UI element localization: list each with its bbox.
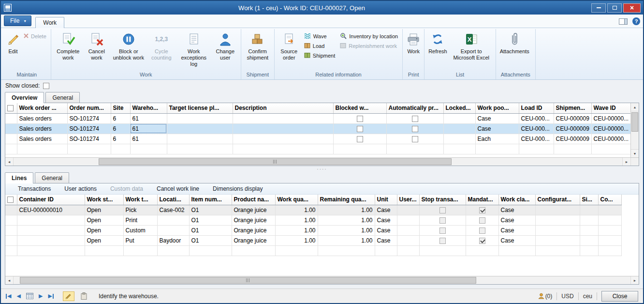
table-row[interactable]: Sales ordersSO-101274661CaseCEU-000...CE…: [5, 113, 630, 123]
horizontal-scroll-thumb[interactable]: [20, 277, 476, 284]
column-header[interactable]: Wareho...: [130, 103, 167, 113]
grid-cell[interactable]: [598, 225, 621, 235]
grid-cell[interactable]: [17, 235, 85, 245]
row-checkbox[interactable]: [357, 126, 363, 132]
column-header[interactable]: [5, 103, 17, 113]
grid-cell[interactable]: 61: [130, 134, 167, 144]
column-header[interactable]: Site: [111, 103, 130, 113]
inventory-by-location-button[interactable]: Inventory by location: [337, 32, 400, 40]
grid-cell[interactable]: CEU-00000...: [591, 113, 630, 123]
tab-general-header[interactable]: General: [45, 92, 80, 103]
column-header[interactable]: Product na...: [232, 195, 275, 205]
grid-cell[interactable]: 1.00: [275, 215, 318, 225]
load-button[interactable]: Load: [302, 42, 337, 50]
tab-general-lines[interactable]: General: [35, 172, 69, 183]
grid-cell[interactable]: Open: [85, 225, 123, 235]
overview-horizontal-scrollbar[interactable]: ◄ ►: [5, 157, 639, 166]
grid-cell[interactable]: Sales orders: [17, 123, 67, 134]
grid-cell[interactable]: Orange juice: [232, 215, 275, 225]
grid-cell[interactable]: [419, 205, 466, 215]
row-checkbox[interactable]: [479, 238, 485, 244]
column-header[interactable]: Automatically pr...: [386, 103, 443, 113]
column-header[interactable]: Load ID: [519, 103, 554, 113]
scroll-left-icon[interactable]: ◄: [5, 158, 14, 166]
select-all-checkbox[interactable]: [7, 197, 14, 203]
overview-vertical-scrollbar[interactable]: ▲ ▼: [630, 103, 639, 157]
shipment-button[interactable]: Shipment: [302, 51, 337, 60]
grid-cell[interactable]: [5, 113, 17, 123]
grid-cell[interactable]: [580, 205, 598, 215]
tab-overview[interactable]: Overview: [5, 92, 44, 103]
layout-panes-icon[interactable]: [619, 18, 628, 25]
column-header[interactable]: Item num...: [189, 195, 232, 205]
table-row[interactable]: CEU-000000010OpenPickCase-002O1Orange ju…: [5, 205, 621, 215]
column-header[interactable]: Work poo...: [475, 103, 519, 113]
change-user-button[interactable]: Change user: [212, 29, 239, 61]
grid-cell[interactable]: [157, 225, 189, 235]
row-checkbox[interactable]: [439, 228, 446, 234]
previous-record-button[interactable]: ◀: [16, 293, 20, 299]
grid-cell[interactable]: [397, 205, 419, 215]
column-header[interactable]: Configurat...: [535, 195, 580, 205]
close-form-button[interactable]: Close: [601, 291, 638, 302]
column-header[interactable]: Order num...: [67, 103, 111, 113]
grid-cell[interactable]: [580, 215, 598, 225]
grid-cell[interactable]: 6: [111, 113, 130, 123]
grid-cell[interactable]: CEU-000009: [554, 123, 591, 134]
column-header[interactable]: Work cla...: [498, 195, 535, 205]
grid-cell[interactable]: 61: [130, 123, 167, 134]
grid-cell[interactable]: [419, 215, 466, 225]
grid-cell[interactable]: [466, 235, 498, 245]
grid-view-button[interactable]: [26, 293, 33, 299]
column-header[interactable]: Locked...: [443, 103, 475, 113]
grid-cell[interactable]: CEU-000009: [554, 113, 591, 123]
grid-cell[interactable]: [5, 134, 17, 144]
grid-cell[interactable]: [233, 113, 333, 123]
grid-cell[interactable]: Open: [85, 235, 123, 245]
grid-cell[interactable]: [157, 215, 189, 225]
grid-cell[interactable]: 6: [111, 134, 130, 144]
scroll-down-icon[interactable]: ▼: [631, 149, 639, 157]
horizontal-scroll-thumb[interactable]: [99, 158, 452, 165]
work-exceptions-log-button[interactable]: Work exceptions log: [176, 29, 212, 68]
grid-cell[interactable]: [5, 215, 17, 225]
grid-cell[interactable]: [333, 123, 386, 134]
export-to-excel-button[interactable]: X Export to Microsoft Excel: [449, 29, 494, 61]
grid-cell[interactable]: Case: [375, 215, 397, 225]
grid-cell[interactable]: Case: [475, 123, 519, 134]
wave-button[interactable]: Wave: [302, 32, 337, 40]
row-checkbox[interactable]: [412, 136, 418, 142]
grid-cell[interactable]: [386, 123, 443, 134]
column-header[interactable]: Work qua...: [275, 195, 318, 205]
grid-cell[interactable]: [580, 235, 598, 245]
grid-cell[interactable]: [5, 123, 17, 134]
edit-mode-toggle[interactable]: [63, 291, 74, 301]
column-header[interactable]: Co...: [598, 195, 621, 205]
grid-cell[interactable]: Orange juice: [232, 205, 275, 215]
grid-cell[interactable]: Custom: [123, 225, 157, 235]
grid-cell[interactable]: CEU-000009: [554, 134, 591, 144]
grid-cell[interactable]: [397, 235, 419, 245]
grid-cell[interactable]: Pick: [123, 205, 157, 215]
column-header[interactable]: Description: [233, 103, 333, 113]
vertical-scroll-thumb[interactable]: [631, 112, 638, 132]
confirm-shipment-button[interactable]: Confirm shipment: [243, 29, 272, 61]
row-checkbox[interactable]: [357, 116, 363, 122]
grid-cell[interactable]: 1.00: [275, 225, 318, 235]
lines-action-transactions[interactable]: Transactions: [18, 185, 51, 192]
grid-cell[interactable]: [233, 134, 333, 144]
company-indicator[interactable]: ceu: [583, 293, 592, 300]
grid-cell[interactable]: O1: [189, 225, 232, 235]
first-record-button[interactable]: ◀: [6, 293, 11, 299]
table-row[interactable]: Sales ordersSO-101274661CaseCEU-000...CE…: [5, 123, 630, 134]
grid-cell[interactable]: [167, 134, 233, 144]
grid-cell[interactable]: Orange juice: [232, 225, 275, 235]
grid-cell[interactable]: [535, 205, 580, 215]
titlebar[interactable]: Work (1 - ceu) - Work ID: CEU-000027, Op…: [1, 1, 643, 15]
tab-work-ribbon[interactable]: Work: [35, 17, 64, 28]
column-header[interactable]: User...: [397, 195, 419, 205]
grid-cell[interactable]: [233, 123, 333, 134]
table-row[interactable]: OpenPutBaydoorO1Orange juice1.001.00Case…: [5, 235, 621, 245]
grid-cell[interactable]: CEU-00000...: [591, 123, 630, 134]
grid-cell[interactable]: SO-101274: [67, 134, 111, 144]
